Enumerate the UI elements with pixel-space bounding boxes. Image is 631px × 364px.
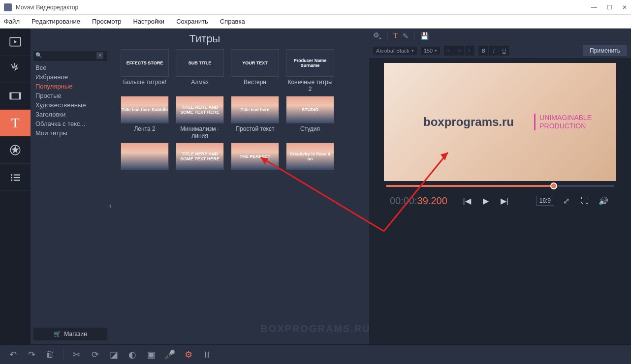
window-title: Movavi Видеоредактор (16, 4, 78, 11)
align-center-button[interactable]: ≡ (454, 46, 464, 56)
text-tool-icon[interactable]: T (393, 32, 398, 40)
title-thumb[interactable]: EFFECTS STOREБольше титров! (120, 49, 169, 93)
titles-browser: Титры ✕ ВсеИзбранноеПопулярныеПростыеХуд… (31, 29, 369, 344)
svg-point-5 (11, 174, 12, 175)
browser-title: Титры (31, 29, 369, 49)
tab-transitions[interactable] (0, 83, 31, 110)
size-select[interactable]: 150 (421, 47, 440, 55)
category-panel: ✕ ВсеИзбранноеПопулярныеПростыеХудожеств… (31, 49, 108, 344)
font-select[interactable]: Akrobat Black (373, 47, 417, 55)
svg-rect-8 (14, 177, 20, 178)
titlebar: Movavi Видеоредактор — ☐ ✕ (0, 0, 631, 15)
title-thumb[interactable]: Title text here SubtitleЛента 2 (120, 96, 169, 140)
menubar: Файл Редактирование Просмотр Настройки С… (0, 15, 631, 29)
bold-button[interactable]: B (478, 46, 488, 56)
tab-filters[interactable] (0, 56, 31, 83)
menu-help[interactable]: Справка (220, 18, 245, 25)
popout-icon[interactable]: ⤢ (559, 194, 573, 208)
volume-icon[interactable]: 🔊 (597, 194, 610, 208)
tab-media[interactable] (0, 29, 31, 56)
menu-view[interactable]: Просмотр (92, 18, 121, 25)
canvas-title-text: boxprograms.ru (423, 115, 514, 129)
equalizer-button[interactable]: ⫼ (199, 347, 215, 363)
rotate-button[interactable]: ⟳ (87, 347, 103, 363)
search-clear-icon[interactable]: ✕ (96, 52, 103, 59)
title-thumb[interactable]: THE PERFECT (230, 143, 280, 186)
seek-bar[interactable] (384, 181, 616, 191)
title-thumb[interactable]: Producer Name SurnameКонечные титры 2 (285, 49, 335, 93)
transition-wizard-button[interactable]: ▣ (143, 347, 159, 363)
preview-canvas[interactable]: boxprograms.ru UNIMAGINABLE PRODUCTION (384, 63, 616, 181)
timeline: ↶ ↷ 🗑 ✂ ⟳ ◪ ◐ ▣ 🎤 ⚙ ⫼ ＋ 00:00:0000:00:05… (0, 344, 631, 364)
svg-rect-10 (14, 180, 20, 181)
title-thumb[interactable]: Creativity is Pass it on (285, 143, 335, 186)
clip-properties-button[interactable]: ⚙ (181, 347, 196, 363)
playback-controls: 00:00:39.200 |◀ ▶ ▶| 16:9 ⤢ ⛶ 🔊 (384, 191, 616, 211)
title-thumb[interactable]: TITLE HERE AND SOME TEXT HERE (175, 143, 224, 186)
title-thumbnails: EFFECTS STOREБольше титров!SUB TITLEАлма… (108, 49, 369, 344)
undo-button[interactable]: ↶ (5, 347, 21, 363)
canvas-tag-text: UNIMAGINABLE PRODUCTION (534, 114, 592, 130)
italic-button[interactable]: I (489, 46, 499, 56)
timeline-toolbar: ↶ ↷ 🗑 ✂ ⟳ ◪ ◐ ▣ 🎤 ⚙ ⫼ (0, 344, 631, 364)
align-left-button[interactable]: ≡ (444, 46, 454, 56)
category-item[interactable]: Избранное (33, 72, 107, 82)
delete-button[interactable]: 🗑 (42, 347, 58, 363)
category-item[interactable]: Простые (33, 91, 107, 100)
svg-point-9 (11, 179, 12, 181)
color-adjust-button[interactable]: ◐ (125, 347, 140, 363)
category-item[interactable]: Облачка с текс... (33, 119, 107, 128)
tab-stickers[interactable] (0, 137, 31, 164)
category-item[interactable]: Заголовки (33, 110, 107, 119)
title-thumb[interactable] (120, 143, 169, 186)
category-item[interactable]: Художественные (33, 100, 107, 110)
text-style: B I U (478, 46, 509, 56)
svg-rect-2 (10, 93, 11, 99)
tab-titles[interactable]: T (0, 110, 31, 137)
color-tool-icon[interactable]: ✎ (403, 32, 409, 40)
record-audio-button[interactable]: 🎤 (162, 347, 178, 363)
collapse-panel-button[interactable]: ‹ (107, 197, 113, 214)
category-item[interactable]: Мои титры (33, 128, 107, 138)
category-item[interactable]: Все (33, 63, 107, 72)
category-item[interactable]: Популярные (33, 82, 107, 91)
clip-properties-icon[interactable]: ⚙▸ (373, 31, 381, 40)
title-thumb[interactable]: YOUR TEXTВестерн (230, 49, 280, 93)
redo-button[interactable]: ↷ (24, 347, 39, 363)
apply-button[interactable]: Применить (583, 45, 627, 56)
crop-button[interactable]: ◪ (106, 347, 122, 363)
save-preset-icon[interactable]: 💾 (420, 32, 429, 40)
tab-more[interactable] (0, 164, 31, 191)
svg-rect-6 (14, 174, 20, 175)
prev-frame-button[interactable]: |◀ (460, 194, 474, 208)
minimize-button[interactable]: — (591, 4, 597, 11)
menu-settings[interactable]: Настройки (133, 18, 164, 25)
text-properties: Akrobat Black 150 ≡ ≡ ≡ B I U Применить (369, 43, 631, 58)
menu-edit[interactable]: Редактирование (32, 18, 80, 25)
preview-toolbar: ⚙▸ | T ✎ | 💾 (369, 29, 631, 43)
svg-rect-3 (19, 93, 21, 99)
title-thumb[interactable]: Title text hereПростой текст (230, 96, 280, 140)
title-thumb[interactable]: STUDIOСтудия (285, 96, 335, 140)
tool-sidebar: T (0, 29, 31, 344)
app-logo-icon (4, 3, 12, 11)
shop-button[interactable]: 🛒 Магазин (33, 328, 107, 340)
timecode: 00:00:39.200 (390, 195, 447, 207)
title-thumb[interactable]: SUB TITLEАлмаз (175, 49, 224, 93)
aspect-ratio-button[interactable]: 16:9 (536, 196, 554, 206)
category-list: ВсеИзбранноеПопулярныеПростыеХудожествен… (33, 63, 107, 325)
close-button[interactable]: ✕ (622, 4, 627, 11)
menu-save[interactable]: Сохранить (176, 18, 208, 25)
maximize-button[interactable]: ☐ (607, 4, 612, 11)
title-thumb[interactable]: TITLE HERE AND SOME TEXT HEREМинимализм … (175, 96, 224, 140)
fullscreen-icon[interactable]: ⛶ (578, 194, 592, 208)
menu-file[interactable]: Файл (4, 18, 20, 25)
next-frame-button[interactable]: ▶| (498, 194, 511, 208)
underline-button[interactable]: U (499, 46, 509, 56)
svg-point-7 (11, 177, 12, 178)
preview-panel: ⚙▸ | T ✎ | 💾 Akrobat Black 150 ≡ ≡ ≡ B I… (369, 29, 631, 344)
play-button[interactable]: ▶ (479, 194, 493, 208)
align-horizontal: ≡ ≡ ≡ (444, 46, 474, 56)
align-right-button[interactable]: ≡ (465, 46, 474, 56)
split-button[interactable]: ✂ (68, 347, 84, 363)
